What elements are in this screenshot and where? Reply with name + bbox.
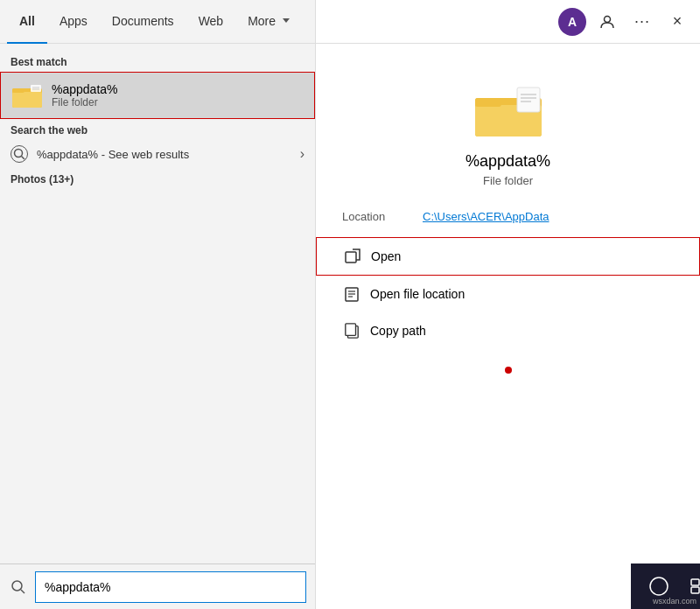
svg-rect-26 xyxy=(691,579,699,585)
tab-documents[interactable]: Documents xyxy=(100,0,186,44)
close-button[interactable]: × xyxy=(663,8,691,36)
detail-title: %appdata% xyxy=(466,152,550,171)
open-action-button[interactable]: Open xyxy=(316,237,700,276)
tab-web[interactable]: Web xyxy=(186,0,236,44)
copy-path-icon xyxy=(342,321,361,340)
copy-path-action-button[interactable]: Copy path xyxy=(316,312,700,349)
notification-dot xyxy=(505,367,512,374)
svg-rect-3 xyxy=(31,85,41,92)
svg-rect-13 xyxy=(475,98,501,107)
svg-rect-14 xyxy=(517,88,540,112)
ellipsis-button[interactable]: ··· xyxy=(628,8,656,36)
web-section-label: Search the web xyxy=(0,119,315,140)
location-path[interactable]: C:\Users\ACER\AppData xyxy=(423,210,550,223)
web-result-arrow-icon: › xyxy=(300,146,304,162)
svg-rect-18 xyxy=(346,252,356,262)
detail-top-bar: A ··· × xyxy=(316,0,700,44)
photos-label: Photos (13+) xyxy=(0,168,315,189)
detail-content: %appdata% File folder Location C:\Users\… xyxy=(316,44,700,609)
tab-more[interactable]: More xyxy=(235,0,302,44)
window-controls: A ··· × xyxy=(558,8,700,36)
svg-rect-24 xyxy=(346,324,356,336)
best-match-item[interactable]: %appdata% File folder xyxy=(0,72,315,119)
web-search-icon xyxy=(10,145,28,163)
tab-apps[interactable]: Apps xyxy=(47,0,100,44)
close-icon: × xyxy=(673,12,682,31)
user-avatar[interactable]: A xyxy=(558,8,586,36)
svg-line-7 xyxy=(22,157,25,160)
search-icon xyxy=(9,578,28,597)
open-location-label: Open file location xyxy=(370,287,465,301)
location-label: Location xyxy=(342,210,412,223)
best-match-text: %appdata% File folder xyxy=(52,82,118,108)
svg-point-8 xyxy=(12,581,22,591)
search-box-bar xyxy=(0,564,315,609)
tab-all[interactable]: All xyxy=(7,0,47,44)
search-input[interactable] xyxy=(35,571,306,603)
watermark: wsxdan.com xyxy=(653,597,696,606)
svg-point-25 xyxy=(650,578,668,595)
best-match-label: Best match xyxy=(0,51,315,72)
svg-line-9 xyxy=(21,590,24,593)
search-panel: All Apps Documents Web More Best match xyxy=(0,0,315,609)
web-result-text: %appdata% - See web results xyxy=(37,148,291,161)
detail-location-row: Location C:\Users\ACER\AppData xyxy=(316,196,700,237)
detail-panel: A ··· × xyxy=(315,0,700,609)
ellipsis-icon: ··· xyxy=(634,12,650,31)
detail-subtitle: File folder xyxy=(483,174,533,187)
svg-rect-28 xyxy=(691,587,699,593)
copy-path-label: Copy path xyxy=(370,324,426,338)
best-match-title: %appdata% xyxy=(52,82,118,96)
svg-rect-1 xyxy=(12,92,42,108)
svg-rect-2 xyxy=(12,88,24,93)
open-location-action-button[interactable]: Open file location xyxy=(316,276,700,312)
results-area: Best match %appdata% File folder Search … xyxy=(0,44,315,564)
web-result-item[interactable]: %appdata% - See web results › xyxy=(0,140,315,168)
nav-bar: All Apps Documents Web More xyxy=(0,0,315,44)
svg-point-10 xyxy=(605,16,611,22)
detail-folder-icon xyxy=(473,79,543,140)
open-icon xyxy=(343,247,362,266)
person-icon-button[interactable] xyxy=(593,8,621,36)
folder-icon xyxy=(11,80,43,111)
open-label: Open xyxy=(371,249,401,263)
open-location-icon xyxy=(342,284,361,304)
svg-point-6 xyxy=(15,150,23,158)
chevron-down-icon xyxy=(283,18,290,23)
best-match-subtitle: File folder xyxy=(52,96,118,108)
